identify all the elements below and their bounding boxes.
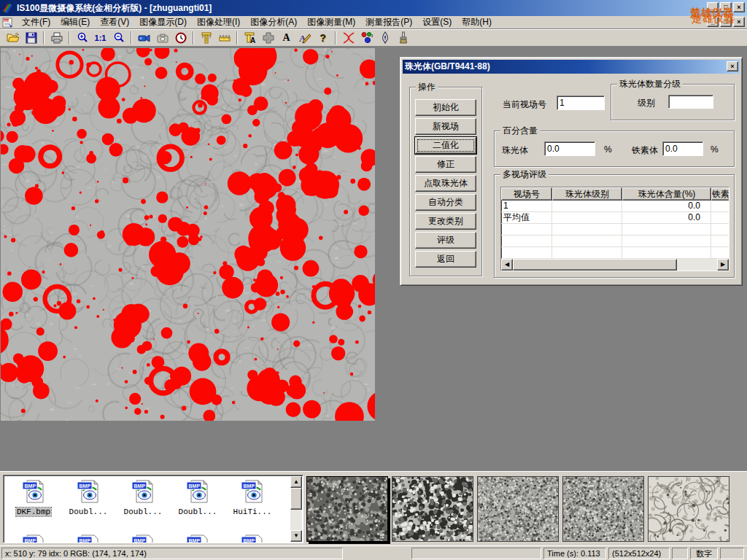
floppy-icon (26, 32, 37, 44)
vendor-watermark-shadow: 楚雄仪器 (692, 12, 735, 26)
file-item[interactable]: BMP HuiTi... (227, 479, 278, 516)
text-edit-button[interactable]: A (295, 30, 314, 46)
menu-edit[interactable]: 编辑(E) (55, 15, 95, 29)
file-item[interactable]: BMP Doubl... (172, 479, 223, 516)
curve-erase-button[interactable] (339, 30, 357, 46)
gallery-thumbnail[interactable] (562, 476, 644, 542)
menu-image-display[interactable]: 图像显示(D) (134, 15, 192, 29)
grade-input[interactable] (668, 95, 713, 109)
menu-image-measure[interactable]: 图像测量(M) (302, 15, 360, 29)
ruler-button[interactable] (215, 30, 233, 46)
menu-image-analysis[interactable]: 图像分析(A) (245, 15, 302, 29)
specimen-image[interactable] (1, 48, 375, 421)
col-pearlite-grade[interactable]: 珠光体级别 (552, 187, 622, 201)
video-capture-button[interactable] (135, 30, 153, 46)
toolbar-separator (69, 31, 70, 44)
scroll-right-button[interactable]: ▶ (717, 259, 729, 271)
initialize-button[interactable]: 初始化 (415, 99, 476, 116)
measure-label-button[interactable]: A (241, 30, 259, 46)
col-field-number[interactable]: 视场号 (501, 187, 552, 201)
gallery-thumbnail[interactable] (306, 476, 388, 542)
merge-button[interactable] (259, 30, 277, 46)
gallery-thumbnail[interactable] (648, 476, 729, 542)
open-file-button[interactable] (4, 30, 22, 46)
timer-button[interactable] (171, 30, 190, 46)
rate-button[interactable]: 评级 (415, 232, 476, 249)
binarize-button[interactable]: 二值化 (415, 137, 476, 154)
horizontal-scroll-thumb[interactable] (513, 259, 677, 271)
text-button[interactable]: A (277, 30, 295, 46)
file-item[interactable]: BMP Doubl... (117, 479, 169, 516)
scroll-up-button[interactable]: ▲ (290, 476, 302, 488)
svg-text:BMP: BMP (189, 538, 201, 543)
zoom-out-button[interactable] (109, 30, 128, 46)
cell-field-number: 1 (501, 201, 552, 212)
cell-field-number: 平均值 (501, 212, 552, 224)
brush-button[interactable] (394, 30, 412, 46)
dialog-close-button[interactable]: × (727, 61, 738, 71)
file-item[interactable]: BMP DKF.bmp (8, 479, 59, 516)
gallery-thumbnail[interactable] (477, 476, 559, 542)
help-button[interactable]: ? (314, 30, 332, 46)
classify-balls-button[interactable]: 3 (357, 30, 376, 46)
pen-button[interactable] (376, 30, 394, 46)
change-class-button[interactable]: 更改类别 (415, 213, 476, 230)
file-name[interactable]: HuiTi... (233, 508, 273, 516)
auto-classify-button[interactable]: 自动分类 (415, 194, 476, 211)
svg-text:BMP: BMP (134, 483, 146, 489)
snapshot-button[interactable] (153, 30, 171, 46)
menu-help[interactable]: 帮助(H) (457, 15, 497, 29)
file-name[interactable]: Doubl... (123, 508, 163, 516)
menu-image-processing[interactable]: 图像处理(I) (192, 15, 245, 29)
vertical-scroll-thumb[interactable] (290, 488, 302, 510)
return-button[interactable]: 返回 (415, 251, 476, 268)
caliper-button[interactable] (197, 30, 215, 46)
pearlite-label: 珠光体 (502, 144, 528, 157)
zoom-in-button[interactable] (73, 30, 91, 46)
menu-settings[interactable]: 设置(S) (417, 15, 457, 29)
file-item[interactable]: BMP (227, 534, 278, 543)
status-mode: 数字 (690, 548, 718, 559)
file-name[interactable]: Doubl... (69, 508, 109, 516)
ferrite-label: 铁素体 (632, 144, 658, 157)
pearlite-percent-input[interactable] (544, 141, 595, 156)
scroll-track[interactable] (677, 259, 717, 271)
new-field-button[interactable]: 新视场 (415, 118, 476, 135)
menu-measure-report[interactable]: 测量报告(P) (360, 15, 417, 29)
correct-button[interactable]: 修正 (415, 156, 476, 173)
menu-bar: DOC 文件(F) 编辑(E) 查看(V) 图像显示(D) 图像处理(I) 图像… (0, 16, 747, 29)
scroll-down-button[interactable]: ▼ (290, 530, 302, 542)
bmp-file-icon: BMP (185, 534, 210, 543)
gallery-thumbnail[interactable] (392, 476, 473, 542)
file-name[interactable]: Doubl... (178, 508, 218, 516)
menu-file[interactable]: 文件(F) (17, 15, 55, 29)
dialog-title-bar[interactable]: 珠光体(GB/T9441-88) × (403, 60, 740, 74)
file-item[interactable]: BMP Doubl... (63, 479, 114, 516)
file-item[interactable]: BMP (172, 534, 223, 543)
menu-view[interactable]: 查看(V) (95, 15, 134, 29)
file-name[interactable]: DKF.bmp (16, 508, 51, 516)
actual-size-button[interactable]: 1:1 (91, 30, 109, 46)
question-mark-icon: ? (320, 32, 326, 44)
file-item[interactable]: BMP (63, 534, 114, 543)
clock-icon (175, 32, 187, 44)
save-button[interactable] (22, 30, 40, 46)
table-row[interactable]: 1 0.0 (501, 201, 729, 212)
current-field-input[interactable] (557, 96, 605, 110)
file-item[interactable]: BMP (8, 534, 59, 543)
svg-text:BMP: BMP (25, 483, 36, 489)
operations-group: 操作 初始化 新视场 二值化 修正 点取珠光体 自动分类 更改类别 评级 返回 (409, 87, 482, 276)
print-button[interactable] (47, 30, 66, 46)
col-ferrite-content[interactable]: 铁素体含量(%) (711, 187, 729, 201)
multi-field-group: 多视场评级 视场号 珠光体级别 珠光体含量(%) 铁素体含量(%) 1 0.0 (494, 174, 735, 278)
scroll-left-button[interactable]: ◀ (501, 259, 513, 271)
workspace: 珠光体(GB/T9441-88) × 操作 初始化 新视场 二值化 修正 点取珠… (0, 47, 747, 471)
table-row[interactable]: 平均值 0.0 (501, 212, 729, 224)
close-button[interactable]: × (733, 2, 745, 12)
col-pearlite-content[interactable]: 珠光体含量(%) (622, 187, 711, 201)
ferrite-percent-input[interactable] (662, 141, 703, 156)
pick-pearlite-button[interactable]: 点取珠光体 (415, 175, 476, 192)
ferrite-percent-sign: % (711, 144, 719, 155)
file-item[interactable]: BMP (117, 534, 169, 543)
gallery-bar: BMP DKF.bmp BMP Doubl... (0, 471, 747, 545)
